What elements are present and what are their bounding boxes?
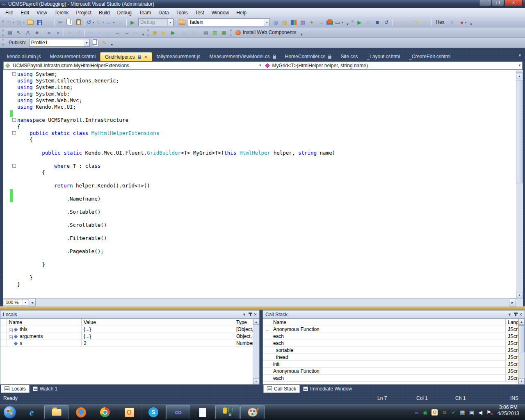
- close-button[interactable]: ×: [504, 0, 523, 6]
- menu-item-view[interactable]: View: [33, 9, 51, 17]
- toolbar-overflow-button[interactable]: ▼: [109, 43, 115, 47]
- tab-homecontroller.cs[interactable]: HomeController.cs: [281, 52, 336, 61]
- chevron-down-icon[interactable]: ▼: [167, 19, 173, 26]
- tab-measurement.cshtml[interactable]: Measurement.cshtml: [46, 52, 100, 61]
- taskbar-internet-explorer[interactable]: e: [20, 404, 44, 420]
- step-over-icon[interactable]: ↷: [412, 18, 421, 27]
- code-line[interactable]: return helper.Kendo().Grid<T>(): [3, 183, 516, 189]
- parameter-info-icon[interactable]: ↖: [14, 28, 23, 37]
- start-button[interactable]: [0, 404, 20, 420]
- call-stack-frame-row[interactable]: Anonymous FunctionJScrip: [263, 368, 525, 375]
- tab-gridhelper.cs[interactable]: GridHelper.cs×: [100, 52, 152, 61]
- code-line[interactable]: .Scrollable(): [3, 222, 516, 228]
- frame-name-cell[interactable]: each: [271, 333, 506, 340]
- publish-profile-combo[interactable]: Profile1▼: [29, 39, 90, 47]
- toolbar-overflow-button[interactable]: ▼: [468, 23, 474, 26]
- maximize-button[interactable]: ❐: [492, 0, 504, 6]
- find-scope-icon[interactable]: [178, 18, 187, 27]
- extension-manager-icon[interactable]: ▧: [280, 18, 289, 27]
- uncomment-icon[interactable]: ↺: [74, 28, 83, 37]
- window-menu-icon[interactable]: ▼: [508, 313, 511, 317]
- panel-tab-immediate-window[interactable]: Immediate Window: [300, 385, 355, 393]
- scroll-up-button[interactable]: ▲: [253, 319, 259, 325]
- pin-icon[interactable]: [250, 313, 251, 316]
- panel-tab-locals[interactable]: Locals: [1, 385, 30, 393]
- add-existing-item-icon[interactable]: ▦▼: [16, 18, 26, 27]
- call-stack-frame-row[interactable]: →Anonymous FunctionJScrip: [263, 326, 525, 333]
- toolbar-grip[interactable]: [230, 29, 232, 36]
- menu-item-tools[interactable]: Tools: [173, 9, 192, 17]
- call-stack-frame-row[interactable]: eachJScrip: [263, 333, 525, 340]
- variable-value-cell[interactable]: {...}: [82, 333, 234, 340]
- frame-name-cell[interactable]: _sortable: [271, 347, 506, 354]
- new-style-icon[interactable]: ▣: [151, 28, 160, 37]
- chevron-down-icon[interactable]: ▼: [464, 21, 467, 24]
- scrollbar-track[interactable]: [36, 299, 509, 306]
- chevron-down-icon[interactable]: ▼: [264, 19, 269, 26]
- code-line[interactable]: .Pageable();: [3, 248, 516, 255]
- code-line[interactable]: .Sortable(): [3, 209, 516, 215]
- chevron-down-icon[interactable]: ▼: [341, 21, 344, 24]
- tray-visual-studio-icon[interactable]: ∞: [415, 409, 419, 415]
- code-line[interactable]: [3, 202, 516, 209]
- code-line[interactable]: [3, 268, 516, 274]
- column-header-value[interactable]: Value: [82, 319, 234, 326]
- menu-item-file[interactable]: File: [2, 9, 17, 17]
- variable-value-cell[interactable]: 2: [82, 340, 234, 347]
- decrease-indent-icon[interactable]: «: [44, 28, 53, 37]
- variable-name-cell[interactable]: +arguments: [7, 333, 82, 340]
- code-line[interactable]: }: [3, 261, 516, 268]
- navigate-forward-icon[interactable]: →: [116, 18, 125, 27]
- fold-collapse-icon[interactable]: −: [12, 131, 16, 135]
- call-stack-panel-titlebar[interactable]: Call Stack ▼ ×: [263, 310, 525, 319]
- editor-horizontal-scrollbar[interactable]: 100 % ▼ ◀ ▶: [3, 298, 523, 306]
- toolbar-grip[interactable]: [147, 29, 149, 36]
- table-row[interactable]: +this{...}[Object,: [0, 326, 259, 333]
- frame-name-cell[interactable]: each: [271, 375, 506, 381]
- breakpoints-icon[interactable]: ●▼: [459, 18, 468, 27]
- tab-_layout.cshtml[interactable]: _Layout.cshtml: [362, 52, 404, 61]
- tab-kendo.all.min.js[interactable]: kendo.all.min.js: [2, 52, 46, 61]
- variable-name-cell[interactable]: +this: [7, 326, 82, 333]
- chevron-down-icon[interactable]: ▼: [112, 21, 115, 24]
- import-settings-icon[interactable]: →: [316, 18, 325, 27]
- chevron-down-icon[interactable]: ▼: [518, 64, 521, 67]
- next-bookmark-icon[interactable]: ▭: [104, 28, 113, 37]
- taskbar-skype[interactable]: S: [142, 404, 166, 420]
- copy-icon[interactable]: [65, 18, 74, 27]
- chevron-down-icon[interactable]: ▼: [102, 21, 105, 24]
- toolbar-grip[interactable]: [2, 29, 4, 36]
- locals-panel-titlebar[interactable]: Locals ▼ ×: [0, 310, 259, 319]
- data-preview-icon[interactable]: ▦: [219, 28, 228, 37]
- code-line[interactable]: [3, 189, 516, 196]
- check-page-icon[interactable]: ▶: [169, 28, 178, 37]
- fold-collapse-icon[interactable]: −: [12, 164, 16, 168]
- pause-icon[interactable]: ▮▮: [364, 18, 373, 27]
- view-in-browser-icon[interactable]: ▷: [180, 28, 189, 37]
- member-list-icon[interactable]: ▤: [5, 28, 14, 37]
- taskbar-visual-studio[interactable]: ∞: [166, 405, 190, 419]
- menu-item-build[interactable]: Build: [95, 9, 114, 17]
- continue-icon[interactable]: ▶: [355, 18, 364, 27]
- close-tab-icon[interactable]: ×: [144, 55, 147, 59]
- scroll-right-button[interactable]: ▶: [509, 299, 516, 306]
- tray-action-center-flag-icon[interactable]: ⚑×: [486, 409, 491, 415]
- taskbar-clock[interactable]: 3:06 PM 4/25/2013: [493, 404, 525, 420]
- add-new-item-icon[interactable]: ▤▼: [5, 18, 16, 27]
- code-line[interactable]: using Kendo.Mvc.UI;: [3, 104, 516, 110]
- tray-green-ball-icon[interactable]: ◉: [423, 409, 427, 415]
- code-line[interactable]: .Name(name): [3, 196, 516, 202]
- taskbar-notepad[interactable]: [191, 404, 215, 420]
- window-menu-icon[interactable]: ▼: [242, 313, 246, 317]
- minimize-button[interactable]: –: [479, 0, 491, 6]
- tray-display-icon[interactable]: ▦: [460, 409, 465, 415]
- navigate-backward-icon[interactable]: ←▼: [105, 18, 116, 27]
- redo-icon[interactable]: ↻▼: [96, 18, 105, 27]
- chevron-down-icon[interactable]: ▼: [84, 39, 89, 46]
- paste-icon[interactable]: [74, 18, 83, 27]
- editor-zoom-dropdown[interactable]: 100 % ▼: [4, 299, 28, 306]
- pin-icon[interactable]: [515, 313, 516, 316]
- panel-splitter[interactable]: [0, 306, 525, 310]
- cut-icon[interactable]: ✂: [56, 18, 65, 27]
- code-line[interactable]: {: [3, 169, 516, 176]
